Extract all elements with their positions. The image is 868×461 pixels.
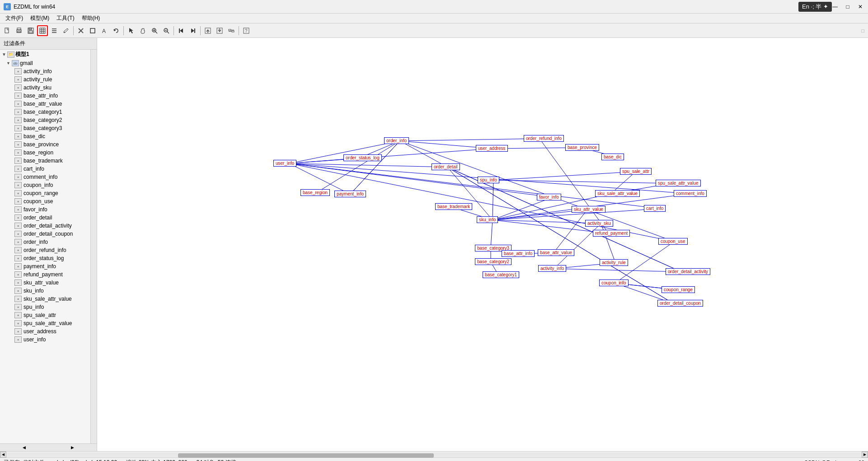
sidebar-item-order_detail_coupon[interactable]: ▶ ≡ order_detail_coupon [0,230,90,238]
sidebar-item-refund_payment[interactable]: ▶ ≡ refund_payment [0,270,90,279]
node-base_attr_info[interactable]: base_attr_info [502,250,535,257]
menu-model[interactable]: 模型(M) [27,14,53,23]
sidebar-item-coupon_use[interactable]: ▶ ≡ coupon_use [0,197,90,205]
tb-print[interactable] [14,25,24,36]
node-user_address[interactable]: user_address [476,145,508,152]
node-base_province[interactable]: base_province [565,144,599,151]
tree-root[interactable]: ▼ 📁 模型1 [0,50,90,59]
h-scrollbar-thumb[interactable] [178,453,434,458]
sidebar-item-activity_info[interactable]: ▶ ≡ activity_info [0,67,90,75]
sidebar-item-base_attr_info[interactable]: ▶ ≡ base_attr_info [0,92,90,100]
sidebar-item-base_province[interactable]: ▶ ≡ base_province [0,140,90,149]
node-sku_attr_value[interactable]: sku_attr_value [572,206,605,213]
node-activity_info[interactable]: activity_info [538,265,566,272]
sidebar-scrollbar[interactable] [90,50,97,443]
sidebar-item-activity_sku[interactable]: ▶ ≡ activity_sku [0,84,90,92]
tb-cursor[interactable] [126,25,136,36]
tb-zoom-out[interactable] [161,25,172,36]
node-activity_rule[interactable]: activity_rule [600,259,628,266]
tb-save[interactable] [25,25,36,36]
scroll-right-btn[interactable]: ▶ [862,452,868,458]
sidebar-item-coupon_info[interactable]: ▶ ≡ coupon_info [0,181,90,189]
maximize-button[interactable]: □ [842,2,854,11]
node-sku_info[interactable]: sku_info [477,216,498,223]
node-comment_info[interactable]: comment_info [674,190,707,197]
node-favor_info[interactable]: favor_info [537,194,561,200]
sidebar-nav-left[interactable]: ◀ [0,444,48,451]
tb-rect[interactable] [87,25,98,36]
node-spu_sale_attr_value[interactable]: spu_sale_attr_value [656,180,701,186]
tb-settings[interactable] [226,25,237,36]
node-coupon_info[interactable]: coupon_info [599,279,629,286]
sidebar-item-user_info[interactable]: ▶ ≡ user_info [0,335,90,344]
node-order_refund_info[interactable]: order_refund_info [524,135,564,142]
sidebar-item-order_refund_info[interactable]: ▶ ≡ order_refund_info [0,246,90,254]
menu-file[interactable]: 文件(F) [2,14,27,23]
sidebar-nav-right[interactable]: ▶ [48,444,97,451]
minimize-button[interactable]: — [829,2,841,11]
node-activity_sku[interactable]: activity_sku [585,220,613,227]
sidebar-item-base_dic[interactable]: ▶ ≡ base_dic [0,132,90,140]
tb-undo[interactable] [111,25,122,36]
sidebar-item-base_category1[interactable]: ▶ ≡ base_category1 [0,108,90,116]
h-scrollbar[interactable]: ◀ ▶ [0,451,868,457]
tb-help[interactable]: ? [241,25,252,36]
sidebar-item-sku_attr_value[interactable]: ▶ ≡ sku_attr_value [0,279,90,287]
tb-export1[interactable] [202,25,213,36]
menu-tools[interactable]: 工具(T) [53,14,78,23]
tb-list[interactable] [49,25,60,36]
sidebar-item-spu_info[interactable]: ▶ ≡ spu_info [0,303,90,311]
node-order_detail[interactable]: order_detail [432,163,460,170]
sidebar-item-base_trademark[interactable]: ▶ ≡ base_trademark [0,157,90,165]
scroll-left-btn[interactable]: ◀ [0,452,6,458]
sidebar-item-order_status_log[interactable]: ▶ ≡ order_status_log [0,254,90,262]
node-order_status_log[interactable]: order_status_log [343,154,382,161]
node-base_dic[interactable]: base_dic [601,154,624,160]
sidebar-item-activity_rule[interactable]: ▶ ≡ activity_rule [0,75,90,84]
tb-next[interactable] [188,25,198,36]
node-base_region[interactable]: base_region [300,189,330,196]
node-coupon_range[interactable]: coupon_range [662,286,695,293]
ime-indicator[interactable]: En ·; 半 ✦ [798,2,832,12]
tb-export2[interactable] [214,25,225,36]
sidebar-item-base_category3[interactable]: ▶ ≡ base_category3 [0,124,90,132]
tb-text[interactable]: A [99,25,110,36]
sidebar-item-sku_info[interactable]: ▶ ≡ sku_info [0,287,90,295]
tb-close-x[interactable] [75,25,86,36]
tb-pencil[interactable] [61,25,71,36]
node-order_detail_coupon[interactable]: order_detail_coupon [657,300,703,307]
tb-prev[interactable] [176,25,187,36]
sidebar-item-base_attr_value[interactable]: ▶ ≡ base_attr_value [0,100,90,108]
menu-help[interactable]: 帮助(H) [78,14,104,23]
node-base_category2[interactable]: base_category2 [475,258,511,265]
sidebar-item-coupon_range[interactable]: ▶ ≡ coupon_range [0,189,90,197]
node-base_trademark[interactable]: base_trademark [435,203,472,210]
sidebar-item-sku_sale_attr_value[interactable]: ▶ ≡ sku_sale_attr_value [0,295,90,303]
sidebar-item-base_category2[interactable]: ▶ ≡ base_category2 [0,116,90,124]
close-button[interactable]: ✕ [854,2,866,11]
node-base_category1[interactable]: base_category1 [483,271,519,278]
sidebar-item-order_detail_activity[interactable]: ▶ ≡ order_detail_activity [0,222,90,230]
sidebar-item-cart_info[interactable]: ▶ ≡ cart_info [0,165,90,173]
node-payment_info[interactable]: payment_info [334,191,366,197]
tb-grid-active[interactable] [37,25,48,36]
sidebar-item-comment_info[interactable]: ▶ ≡ comment_info [0,173,90,181]
canvas-area[interactable]: user_infoorder_infoorder_status_logorder… [97,38,868,451]
sidebar-item-order_detail[interactable]: ▶ ≡ order_detail [0,214,90,222]
tb-hand[interactable] [137,25,148,36]
tb-zoom-in[interactable] [149,25,160,36]
node-coupon_use[interactable]: coupon_use [658,238,688,245]
node-refund_payment[interactable]: refund_payment [593,230,630,237]
sidebar-item-order_info[interactable]: ▶ ≡ order_info [0,238,90,246]
tb-new[interactable] [2,25,13,36]
sidebar-item-spu_sale_attr_value[interactable]: ▶ ≡ spu_sale_attr_value [0,319,90,327]
tree-group-gmall[interactable]: ▼ db gmall [0,59,90,67]
sidebar-item-user_address[interactable]: ▶ ≡ user_address [0,327,90,335]
sidebar-item-payment_info[interactable]: ▶ ≡ payment_info [0,262,90,270]
node-spu_sale_attr[interactable]: spu_sale_attr [620,168,652,175]
sidebar-item-favor_info[interactable]: ▶ ≡ favor_info [0,205,90,214]
sidebar-item-base_region[interactable]: ▶ ≡ base_region [0,149,90,157]
sidebar-tree[interactable]: ▼ 📁 模型1 ▼ db gmall ▶ ≡ activity_info ▶ ≡… [0,50,90,443]
node-order_detail_activity[interactable]: order_detail_activity [666,268,710,275]
node-base_attr_value[interactable]: base_attr_value [538,249,574,256]
